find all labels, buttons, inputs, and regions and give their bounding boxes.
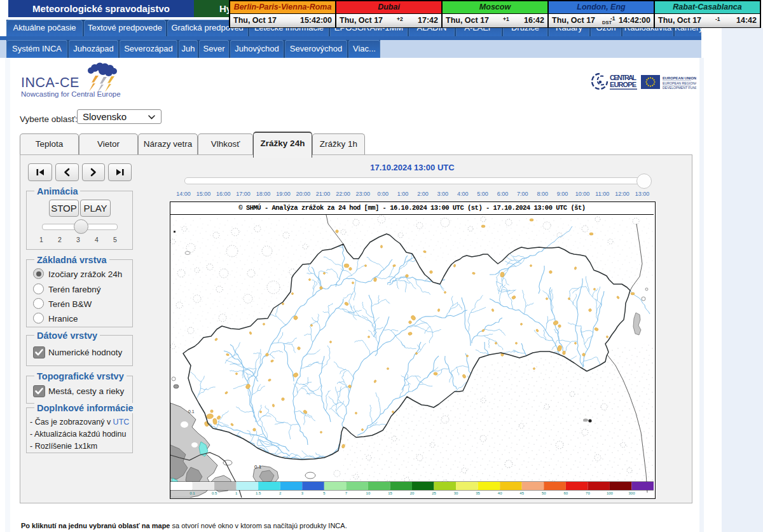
svg-text:EUROPEAN REGIONAL: EUROPEAN REGIONAL bbox=[663, 81, 696, 85]
svg-text:100: 100 bbox=[607, 491, 614, 495]
svg-text:5: 5 bbox=[323, 491, 326, 495]
svg-text:10: 10 bbox=[366, 491, 371, 495]
svg-text:1: 1 bbox=[235, 491, 238, 495]
svg-text:60: 60 bbox=[563, 491, 568, 495]
svg-text:40: 40 bbox=[498, 491, 502, 495]
svg-text:50: 50 bbox=[542, 491, 546, 495]
svg-text:1.5: 1.5 bbox=[256, 491, 261, 495]
svg-text:70: 70 bbox=[586, 491, 590, 495]
svg-text:DEVELOPMENT FUND: DEVELOPMENT FUND bbox=[663, 86, 696, 90]
svg-text:30: 30 bbox=[454, 491, 458, 495]
svg-text:0.1: 0.1 bbox=[189, 491, 195, 495]
svg-text:45: 45 bbox=[519, 491, 524, 495]
svg-text:2: 2 bbox=[279, 491, 282, 495]
svg-text:7: 7 bbox=[345, 491, 348, 495]
svg-text:15: 15 bbox=[388, 491, 392, 495]
svg-text:0.5: 0.5 bbox=[212, 491, 217, 495]
svg-text:EUROPEAN UNION: EUROPEAN UNION bbox=[663, 76, 696, 80]
svg-text:20: 20 bbox=[410, 491, 415, 495]
svg-text:25: 25 bbox=[432, 491, 436, 495]
svg-text:0.1: 0.1 bbox=[254, 464, 262, 470]
svg-text:0.1: 0.1 bbox=[188, 409, 195, 414]
svg-text:300: 300 bbox=[628, 491, 635, 495]
svg-text:3: 3 bbox=[301, 491, 304, 495]
svg-text:EUROPE: EUROPE bbox=[610, 81, 636, 88]
svg-text:35: 35 bbox=[476, 491, 480, 495]
